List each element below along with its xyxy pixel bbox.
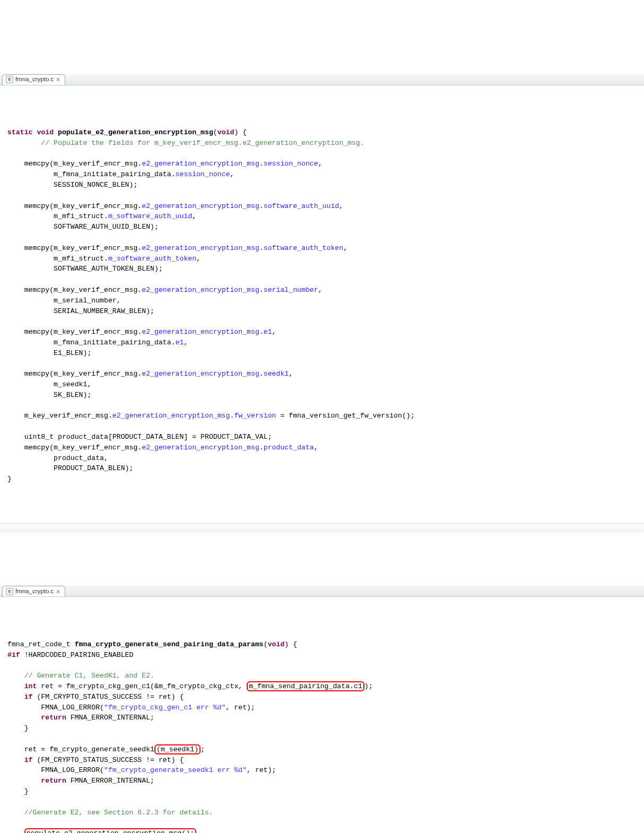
c-file-icon: c (6, 588, 13, 595)
code-area-bottom[interactable]: fmna_ret_code_t fmna_crypto_generate_sen… (0, 634, 644, 833)
tab-filename: fmna_crypto.c (15, 587, 54, 596)
tab-bar: c fmna_crypto.c ✕ (0, 74, 644, 85)
close-icon[interactable]: ✕ (56, 587, 60, 596)
editor-panel-top: c fmna_crypto.c ✕ static void populate_e… (0, 53, 644, 502)
editor-panel-bottom: c fmna_crypto.c ✕ fmna_ret_code_t fmna_c… (0, 565, 644, 833)
close-icon[interactable]: ✕ (56, 75, 60, 84)
tab-fmna-crypto[interactable]: c fmna_crypto.c ✕ (2, 74, 65, 85)
code-area-top[interactable]: static void populate_e2_generation_encry… (0, 122, 644, 492)
highlight-seedk1: (m_seedk1) (154, 744, 201, 754)
panel-divider (0, 523, 644, 533)
highlight-c1: m_fmna_send_pairing_data.c1 (247, 681, 364, 691)
tab-bar: c fmna_crypto.c ✕ (0, 585, 644, 597)
tab-filename: fmna_crypto.c (15, 75, 54, 84)
tab-fmna-crypto[interactable]: c fmna_crypto.c ✕ (2, 586, 65, 596)
c-file-icon: c (6, 76, 13, 83)
highlight-populate-call: populate_e2_generation_encryption_msg(); (24, 828, 197, 833)
